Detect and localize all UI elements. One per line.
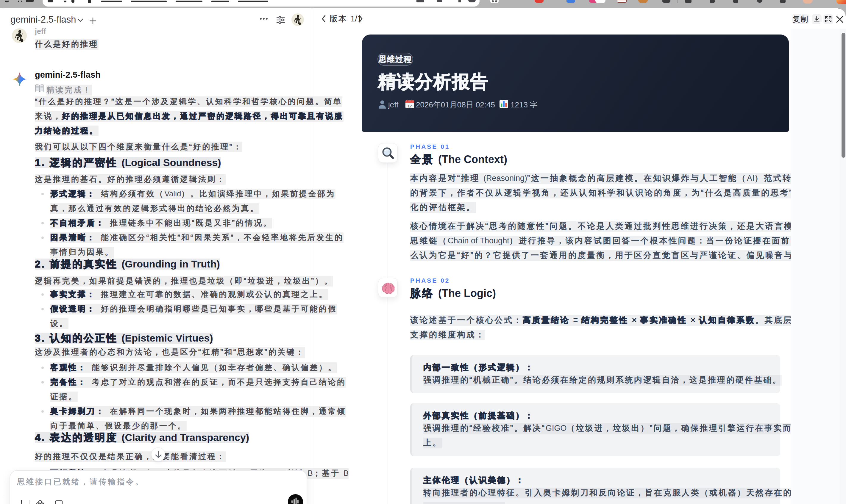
svg-text:17: 17: [407, 104, 412, 108]
